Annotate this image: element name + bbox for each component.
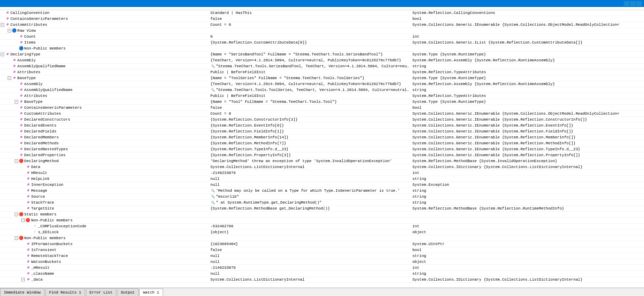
table-row[interactable]: ⚙CustomAttributes Count = 0 System.Colle… [0, 111, 644, 117]
name-cell: ⚙DeclaredNestedTypes [0, 146, 209, 152]
magnifier-icon[interactable]: 🔍 [210, 64, 215, 69]
tab-watch-1[interactable]: Watch 1 [139, 289, 163, 296]
expand-button[interactable]: - [1, 53, 4, 56]
row-name: IPForWatsonBuckets [31, 242, 72, 246]
table-row[interactable]: ⚙DeclaredProperties {System.Reflection.P… [0, 152, 644, 158]
expand-button[interactable]: - [15, 236, 18, 240]
magnifier-icon[interactable]: 🔍 [210, 194, 215, 199]
table-row[interactable]: ⚡_COMPlusExceptionCode -532462766 int [0, 223, 644, 229]
magnifier-icon[interactable]: 🔍 [210, 88, 215, 92]
table-row[interactable]: ⚡s_EDILock {object} object [0, 229, 644, 235]
expand-button[interactable]: - [15, 213, 18, 216]
table-row[interactable]: -🔵Raw View [0, 28, 644, 34]
error-icon: 🔴 [19, 159, 24, 164]
expand-button[interactable]: - [8, 76, 11, 80]
table-row[interactable]: ⚙Message 🔍'Method may only be called on … [0, 188, 644, 194]
table-row[interactable]: ⚙DeclaredNestedTypes {System.Reflection.… [0, 146, 644, 152]
type-cell: object [411, 230, 644, 235]
expand-button[interactable]: - [15, 159, 18, 163]
table-row[interactable]: ⚙Attributes Public | BeforeFieldInit Sys… [0, 69, 644, 75]
row-name: StackTrace [31, 200, 54, 205]
expand-button[interactable]: - [15, 100, 18, 104]
table-row[interactable]: -🔴Non-Public members [0, 218, 644, 223]
name-cell: ⚙InnerException [0, 182, 209, 188]
table-row[interactable]: ⚙IPForWatsonBuckets {1823695404} System.… [0, 241, 644, 247]
table-row[interactable]: ⚙DeclaredMethods {System.Reflection.Meth… [0, 141, 644, 146]
table-row[interactable]: ⚙HResult -2146233079 int [0, 170, 644, 176]
table-row[interactable]: ⚙_className null string [0, 271, 644, 277]
expand-button[interactable]: - [21, 219, 25, 222]
value-cell: null [209, 176, 411, 181]
table-row[interactable]: -🔴Non-Public members [0, 235, 644, 241]
table-row[interactable]: -⚙DeclaringType {Name = "SeriesBandTool"… [0, 52, 644, 58]
field-icon: ⚙ [19, 40, 24, 45]
value-cell: Count = 0 [209, 111, 411, 116]
table-row[interactable]: ⚙Assembly {TeeChart, Version=4.1.2014.50… [0, 81, 644, 87]
value-cell: -532462766 [209, 224, 411, 229]
expand-button[interactable]: - [1, 23, 4, 26]
field-icon: ⚙ [19, 34, 24, 39]
name-cell: ⚡_COMPlusExceptionCode [0, 223, 209, 229]
table-row[interactable]: ⚙DeclaredFields {System.Reflection.Field… [0, 129, 644, 135]
table-row[interactable]: ⚙AssemblyQualifiedName 🔍"Steema.TeeChart… [0, 87, 644, 93]
table-row[interactable]: ⚙ContainsGenericParameters false bool [0, 105, 644, 111]
row-name: Attributes [24, 94, 47, 98]
watch-content[interactable]: ⚙CallingConvention Standard | HasThis Sy… [0, 10, 644, 288]
table-row[interactable]: ⚙Count 0 int [0, 34, 644, 40]
type-cell: System.Collections.IDictionary {System.C… [411, 165, 644, 169]
magnifier-icon[interactable]: 🔍 [210, 200, 215, 205]
table-row[interactable]: 🔵Non-Public members [0, 46, 644, 52]
table-row[interactable]: ⚙Source 🔍"mscorlib" string [0, 194, 644, 200]
table-row[interactable]: ⚙CallingConvention Standard | HasThis Sy… [0, 10, 644, 16]
magnifier-icon[interactable]: 🔍 [210, 188, 215, 193]
table-row[interactable]: ⚙TargetSite {System.Reflection.MethodBas… [0, 206, 644, 212]
table-row[interactable]: ⚙Items {System.Reflection.CustomAttribut… [0, 40, 644, 46]
info-icon: 🔵 [12, 28, 17, 33]
table-row[interactable]: ⚙_HResult -2146233079 int [0, 265, 644, 271]
field-icon: ⚙ [5, 52, 10, 57]
table-row[interactable]: -⚙CustomAttributes Count = 0 System.Coll… [0, 22, 644, 28]
field-icon: ⚙ [19, 147, 24, 152]
tab-output[interactable]: Output [117, 288, 139, 296]
table-row[interactable]: -⚙_data System.Collections.ListDictionar… [0, 277, 644, 283]
table-row[interactable]: ⚙WatsonBuckets null object [0, 259, 644, 265]
table-row[interactable]: ⚙StackTrace 🔍" at System.RuntimeType.get… [0, 200, 644, 206]
static-icon: ⚡ [32, 230, 37, 235]
expand-button[interactable]: - [21, 278, 25, 281]
type-cell: System.Collections.Generic.IEnumerable {… [411, 141, 644, 146]
table-row[interactable]: ⚙DeclaredMembers {System.Reflection.Memb… [0, 135, 644, 141]
value-cell: {TeeChart, Version=4.1.2014.5094, Cultur… [209, 58, 411, 63]
table-row[interactable]: ⚙RemoteStackTrace null string [0, 253, 644, 259]
maximize-button[interactable] [630, 1, 636, 6]
table-row[interactable]: ⚙DeclaredConstructors {System.Reflection… [0, 117, 644, 123]
table-row[interactable]: ⚙HelpLink null string [0, 176, 644, 182]
name-cell: ⚙AssemblyQualifiedName [0, 63, 209, 69]
row-name: Source [31, 195, 45, 199]
close-button[interactable] [636, 1, 642, 6]
table-row[interactable]: ⚙AssemblyQualifiedName 🔍"Steema.TeeChart… [0, 63, 644, 69]
type-cell: bool [411, 16, 644, 21]
tab-immediate-window[interactable]: Immediate Window [0, 288, 45, 296]
expand-button[interactable]: - [8, 29, 11, 32]
name-cell: ⚙RemoteStackTrace [0, 253, 209, 259]
table-row[interactable]: ⚙Attributes Public | BeforeFieldInit Sys… [0, 93, 644, 99]
table-row[interactable]: -🔴DeclaringMethod 'DeclaringMethod' thre… [0, 158, 644, 164]
minimize-button[interactable] [624, 1, 629, 6]
table-row[interactable]: ⚙InnerException null System.Exception [0, 182, 644, 188]
table-row[interactable]: -🔴Static members [0, 212, 644, 218]
table-row[interactable]: ⚙DeclaredEvents {System.Reflection.Event… [0, 123, 644, 129]
value-cell: null [209, 271, 411, 276]
table-row[interactable]: ⚙IsTransient false bool [0, 247, 644, 253]
table-row[interactable]: -⚙BaseType {Name = "Tool" FullName = "St… [0, 99, 644, 105]
table-row[interactable]: ⚙ContainsGenericParameters false bool [0, 16, 644, 22]
name-cell: ⚙DeclaredProperties [0, 152, 209, 158]
table-row[interactable]: ⚙Data System.Collections.ListDictionaryI… [0, 164, 644, 170]
value-cell: {1823695404} [209, 242, 411, 246]
type-cell: System.Collections.Generic.IEnumerable {… [411, 153, 644, 158]
tab-error-list[interactable]: Error List [86, 288, 116, 296]
table-row[interactable]: -⚙BaseType {Name = "ToolSeries" FullName… [0, 75, 644, 81]
row-name: Count [24, 35, 36, 39]
table-row[interactable]: ⚙Assembly {TeeChart, Version=4.1.2014.50… [0, 58, 644, 63]
tab-find-results-1[interactable]: Find Results 1 [45, 288, 85, 296]
row-name: Assembly [17, 58, 36, 62]
